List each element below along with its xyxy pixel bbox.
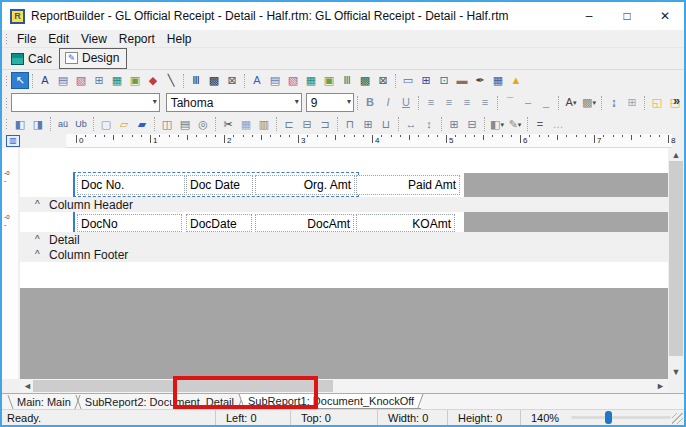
column-header-band-divider[interactable]: ^ Column Header [18,197,668,212]
image-tool-button[interactable]: ▣ [126,72,144,89]
copy-button[interactable]: ▦ [237,116,255,133]
font-name-combobox[interactable]: Tahoma ▾ [166,93,302,112]
collapse-caret-icon[interactable]: ^ [35,199,49,210]
align-left-edges-button[interactable]: ⊏ [280,116,298,133]
report-field[interactable]: Doc No. [77,175,185,195]
space-horizontally-button[interactable]: ↔ [402,116,420,133]
dbtext-tool-button[interactable]: A [248,72,266,89]
close-button[interactable]: ✕ [646,2,684,30]
page-setup-button[interactable]: ◫ [158,116,176,133]
detail-band-divider[interactable]: ^ Detail [18,232,668,247]
align-tops-button[interactable]: ⊓ [341,116,359,133]
line-thickness-button[interactable]: = [531,116,549,133]
space-vertically-button[interactable]: ↕ [420,116,438,133]
variable-tool-button[interactable]: ▦ [108,72,126,89]
band-selector-button[interactable]: ▥ [6,135,20,147]
data-tree-toggle-button[interactable]: ◧ [11,116,29,133]
scroll-left-icon[interactable]: ◄ [23,381,32,391]
crosstab-tool-button[interactable]: ⊡ [435,72,453,89]
report-tab-subreport1[interactable]: SubReport1: Document_KnockOff [241,394,421,409]
select-tool-button[interactable]: ↖ [11,72,29,89]
dbbarcode-tool-button[interactable]: Ⅲ [338,72,356,89]
underline-button[interactable]: U [397,94,415,111]
align-right-edges-button[interactable]: ⊐ [316,116,334,133]
region-tool-button[interactable]: ▭ [399,72,417,89]
design-canvas[interactable]: -0- -0- ^ Column Header ^ Detail ^ Colum… [2,148,684,379]
vertical-scrollbar-thumb[interactable] [669,161,683,356]
scroll-down-icon[interactable]: ▼ [668,367,684,377]
report-tree-toggle-button[interactable]: ◨ [29,116,47,133]
print-preview-button[interactable]: ◎ [194,116,212,133]
horizontal-scrollbar-track[interactable]: ◄ ► [20,379,668,393]
center-in-band-v-button[interactable]: ⊟ [463,116,481,133]
align-center-button[interactable]: ≡ [440,94,458,111]
align-justify-button[interactable]: ≡ [476,94,494,111]
toolbar-grip[interactable] [5,118,9,130]
fill-color-button[interactable]: ◧ ▾ [488,116,506,133]
save-button[interactable]: ▰ [133,116,151,133]
highlight-color-button[interactable]: ▩ ▾ [580,94,598,111]
anchor-button[interactable]: ↨ [605,94,623,111]
font-size-combobox[interactable]: 9 ▾ [306,93,354,112]
align-left-button[interactable]: ≡ [422,94,440,111]
scroll-up-icon[interactable]: ▲ [668,150,684,160]
autosort-button[interactable]: Ub [72,116,90,133]
dbmemo-tool-button[interactable]: ▤ [266,72,284,89]
zoom-slider-thumb[interactable] [605,411,612,424]
column-footer-band-divider[interactable]: ^ Column Footer [18,247,668,262]
new-button[interactable]: ▢ [97,116,115,133]
collapse-caret-icon[interactable]: ^ [35,234,49,245]
menu-report[interactable]: Report [113,32,161,46]
maximize-button[interactable]: □ [608,2,646,30]
object-selector-combobox[interactable]: ▾ [11,93,160,112]
menu-help[interactable]: Help [161,32,198,46]
font-color-button[interactable]: A ▾ [562,94,580,111]
align-right-button[interactable]: ≡ [458,94,476,111]
shape-tool-button[interactable]: ◆ [144,72,162,89]
print-button[interactable]: ▤ [176,116,194,133]
report-field[interactable]: KOAmt [356,214,455,232]
report-field[interactable]: DocDate [186,214,252,232]
report-field[interactable]: DocAmt [255,214,354,232]
chart-tool-button[interactable]: ▲ [507,72,525,89]
align-v-centers-button[interactable]: ⊞ [359,116,377,133]
line-style-button[interactable]: … [549,116,567,133]
frame-button[interactable]: ⊞ [623,94,641,111]
paste-button[interactable]: ▥ [255,116,273,133]
horizontal-scrollbar-thumb[interactable] [33,380,333,392]
tab-design[interactable]: ✎ Design [59,48,127,69]
checkbox-tool-button[interactable]: ⊠ [223,72,241,89]
zoom-slider[interactable] [571,416,671,419]
align-bottoms-button[interactable]: ⊔ [377,116,395,133]
open-button[interactable]: ▱ [115,116,133,133]
memo-tool-button[interactable]: ▤ [54,72,72,89]
richtext-tool-button[interactable]: ▧ [72,72,90,89]
align-h-centers-button[interactable]: ⊟ [298,116,316,133]
italic-button[interactable]: I [379,94,397,111]
dbcheckbox-tool-button[interactable]: ⊠ [374,72,392,89]
center-in-band-h-button[interactable]: ⊞ [445,116,463,133]
column-footer-band-area[interactable] [20,262,668,288]
dbrichtext-tool-button[interactable]: ▧ [284,72,302,89]
cut-button[interactable]: ✂ [219,116,237,133]
toolbar-grip[interactable] [5,75,9,87]
valign-top-button[interactable]: ¯ [501,94,519,111]
valign-bottom-button[interactable]: _ [537,94,555,111]
pagebreak-tool-button[interactable]: ▬ [453,72,471,89]
report-tab-subreport2[interactable]: SubReport2: Document_Detail [78,394,241,409]
horizontal-scrollbar[interactable]: ◄ ► [2,379,684,393]
pipeline-tool-button[interactable]: ✒ [471,72,489,89]
menu-file[interactable]: File [11,32,42,46]
bring-to-front-button[interactable]: ◱ [648,94,666,111]
minimize-button[interactable]: – [570,2,608,30]
bold-button[interactable]: B [361,94,379,111]
report-field[interactable]: Doc Date [186,175,253,195]
autosearch-button[interactable]: aü [54,116,72,133]
menu-edit[interactable]: Edit [42,32,75,46]
label-tool-button[interactable]: A [36,72,54,89]
report-tab-main[interactable]: Main: Main [10,394,78,409]
toolbar-grip[interactable] [5,33,9,45]
table-tool-button[interactable]: ▦ [489,72,507,89]
tab-calc[interactable]: Calc [6,50,59,69]
dbbarcode2d-tool-button[interactable]: ▩ [356,72,374,89]
